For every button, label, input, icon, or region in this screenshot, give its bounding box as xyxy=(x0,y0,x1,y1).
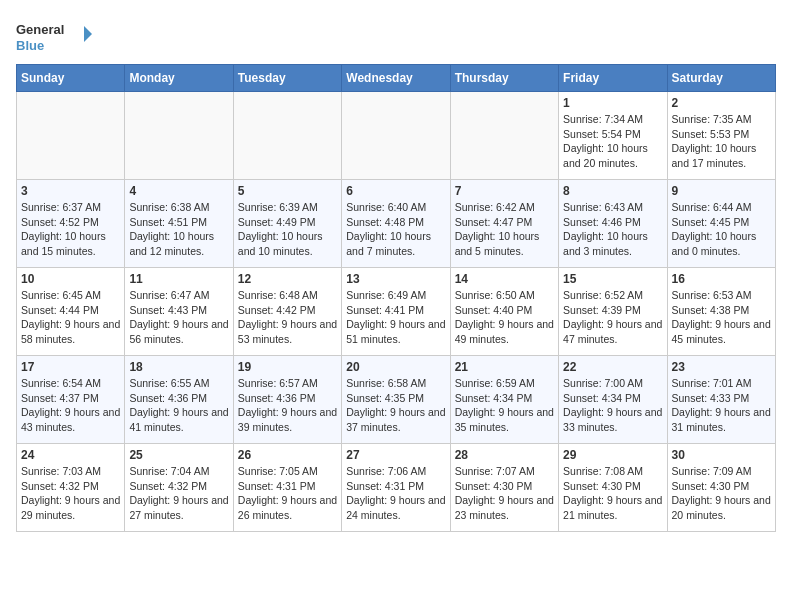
day-cell-24: 24Sunrise: 7:03 AM Sunset: 4:32 PM Dayli… xyxy=(17,444,125,532)
day-cell-1: 1Sunrise: 7:34 AM Sunset: 5:54 PM Daylig… xyxy=(559,92,667,180)
day-cell-6: 6Sunrise: 6:40 AM Sunset: 4:48 PM Daylig… xyxy=(342,180,450,268)
day-cell-20: 20Sunrise: 6:58 AM Sunset: 4:35 PM Dayli… xyxy=(342,356,450,444)
day-number: 18 xyxy=(129,360,228,374)
day-number: 3 xyxy=(21,184,120,198)
day-number: 19 xyxy=(238,360,337,374)
weekday-header-wednesday: Wednesday xyxy=(342,65,450,92)
day-info: Sunrise: 7:07 AM Sunset: 4:30 PM Dayligh… xyxy=(455,464,554,523)
day-cell-21: 21Sunrise: 6:59 AM Sunset: 4:34 PM Dayli… xyxy=(450,356,558,444)
day-cell-15: 15Sunrise: 6:52 AM Sunset: 4:39 PM Dayli… xyxy=(559,268,667,356)
day-info: Sunrise: 6:54 AM Sunset: 4:37 PM Dayligh… xyxy=(21,376,120,435)
week-row-2: 3Sunrise: 6:37 AM Sunset: 4:52 PM Daylig… xyxy=(17,180,776,268)
day-cell-18: 18Sunrise: 6:55 AM Sunset: 4:36 PM Dayli… xyxy=(125,356,233,444)
day-info: Sunrise: 6:40 AM Sunset: 4:48 PM Dayligh… xyxy=(346,200,445,259)
day-info: Sunrise: 7:08 AM Sunset: 4:30 PM Dayligh… xyxy=(563,464,662,523)
day-cell-9: 9Sunrise: 6:44 AM Sunset: 4:45 PM Daylig… xyxy=(667,180,775,268)
day-info: Sunrise: 6:53 AM Sunset: 4:38 PM Dayligh… xyxy=(672,288,771,347)
week-row-4: 17Sunrise: 6:54 AM Sunset: 4:37 PM Dayli… xyxy=(17,356,776,444)
day-cell-10: 10Sunrise: 6:45 AM Sunset: 4:44 PM Dayli… xyxy=(17,268,125,356)
day-number: 20 xyxy=(346,360,445,374)
day-cell-16: 16Sunrise: 6:53 AM Sunset: 4:38 PM Dayli… xyxy=(667,268,775,356)
day-cell-22: 22Sunrise: 7:00 AM Sunset: 4:34 PM Dayli… xyxy=(559,356,667,444)
day-cell-5: 5Sunrise: 6:39 AM Sunset: 4:49 PM Daylig… xyxy=(233,180,341,268)
day-number: 4 xyxy=(129,184,228,198)
day-number: 11 xyxy=(129,272,228,286)
logo: General Blue xyxy=(16,16,96,56)
empty-cell xyxy=(450,92,558,180)
day-info: Sunrise: 6:50 AM Sunset: 4:40 PM Dayligh… xyxy=(455,288,554,347)
day-info: Sunrise: 7:34 AM Sunset: 5:54 PM Dayligh… xyxy=(563,112,662,171)
day-number: 9 xyxy=(672,184,771,198)
day-cell-23: 23Sunrise: 7:01 AM Sunset: 4:33 PM Dayli… xyxy=(667,356,775,444)
day-number: 14 xyxy=(455,272,554,286)
day-cell-4: 4Sunrise: 6:38 AM Sunset: 4:51 PM Daylig… xyxy=(125,180,233,268)
day-info: Sunrise: 6:43 AM Sunset: 4:46 PM Dayligh… xyxy=(563,200,662,259)
weekday-header-thursday: Thursday xyxy=(450,65,558,92)
day-cell-17: 17Sunrise: 6:54 AM Sunset: 4:37 PM Dayli… xyxy=(17,356,125,444)
day-cell-3: 3Sunrise: 6:37 AM Sunset: 4:52 PM Daylig… xyxy=(17,180,125,268)
day-info: Sunrise: 6:57 AM Sunset: 4:36 PM Dayligh… xyxy=(238,376,337,435)
day-info: Sunrise: 6:37 AM Sunset: 4:52 PM Dayligh… xyxy=(21,200,120,259)
empty-cell xyxy=(233,92,341,180)
day-info: Sunrise: 6:44 AM Sunset: 4:45 PM Dayligh… xyxy=(672,200,771,259)
day-number: 23 xyxy=(672,360,771,374)
day-info: Sunrise: 6:47 AM Sunset: 4:43 PM Dayligh… xyxy=(129,288,228,347)
day-info: Sunrise: 7:00 AM Sunset: 4:34 PM Dayligh… xyxy=(563,376,662,435)
day-number: 17 xyxy=(21,360,120,374)
svg-text:Blue: Blue xyxy=(16,38,44,53)
day-info: Sunrise: 6:52 AM Sunset: 4:39 PM Dayligh… xyxy=(563,288,662,347)
day-number: 30 xyxy=(672,448,771,462)
day-info: Sunrise: 7:03 AM Sunset: 4:32 PM Dayligh… xyxy=(21,464,120,523)
day-number: 12 xyxy=(238,272,337,286)
day-cell-11: 11Sunrise: 6:47 AM Sunset: 4:43 PM Dayli… xyxy=(125,268,233,356)
day-number: 26 xyxy=(238,448,337,462)
day-cell-7: 7Sunrise: 6:42 AM Sunset: 4:47 PM Daylig… xyxy=(450,180,558,268)
day-info: Sunrise: 7:06 AM Sunset: 4:31 PM Dayligh… xyxy=(346,464,445,523)
day-number: 16 xyxy=(672,272,771,286)
weekday-header-monday: Monday xyxy=(125,65,233,92)
weekday-header-friday: Friday xyxy=(559,65,667,92)
calendar: SundayMondayTuesdayWednesdayThursdayFrid… xyxy=(16,64,776,532)
day-cell-12: 12Sunrise: 6:48 AM Sunset: 4:42 PM Dayli… xyxy=(233,268,341,356)
svg-text:General: General xyxy=(16,22,64,37)
day-cell-27: 27Sunrise: 7:06 AM Sunset: 4:31 PM Dayli… xyxy=(342,444,450,532)
day-cell-29: 29Sunrise: 7:08 AM Sunset: 4:30 PM Dayli… xyxy=(559,444,667,532)
empty-cell xyxy=(125,92,233,180)
day-number: 27 xyxy=(346,448,445,462)
logo-svg: General Blue xyxy=(16,16,96,56)
day-info: Sunrise: 6:58 AM Sunset: 4:35 PM Dayligh… xyxy=(346,376,445,435)
day-number: 21 xyxy=(455,360,554,374)
day-cell-13: 13Sunrise: 6:49 AM Sunset: 4:41 PM Dayli… xyxy=(342,268,450,356)
day-info: Sunrise: 7:01 AM Sunset: 4:33 PM Dayligh… xyxy=(672,376,771,435)
day-info: Sunrise: 7:04 AM Sunset: 4:32 PM Dayligh… xyxy=(129,464,228,523)
day-number: 1 xyxy=(563,96,662,110)
day-info: Sunrise: 6:42 AM Sunset: 4:47 PM Dayligh… xyxy=(455,200,554,259)
week-row-5: 24Sunrise: 7:03 AM Sunset: 4:32 PM Dayli… xyxy=(17,444,776,532)
day-number: 6 xyxy=(346,184,445,198)
day-number: 22 xyxy=(563,360,662,374)
day-cell-8: 8Sunrise: 6:43 AM Sunset: 4:46 PM Daylig… xyxy=(559,180,667,268)
day-cell-2: 2Sunrise: 7:35 AM Sunset: 5:53 PM Daylig… xyxy=(667,92,775,180)
day-info: Sunrise: 6:48 AM Sunset: 4:42 PM Dayligh… xyxy=(238,288,337,347)
weekday-header-saturday: Saturday xyxy=(667,65,775,92)
day-number: 10 xyxy=(21,272,120,286)
day-info: Sunrise: 7:35 AM Sunset: 5:53 PM Dayligh… xyxy=(672,112,771,171)
week-row-3: 10Sunrise: 6:45 AM Sunset: 4:44 PM Dayli… xyxy=(17,268,776,356)
day-number: 15 xyxy=(563,272,662,286)
day-info: Sunrise: 6:38 AM Sunset: 4:51 PM Dayligh… xyxy=(129,200,228,259)
day-number: 28 xyxy=(455,448,554,462)
day-number: 5 xyxy=(238,184,337,198)
day-info: Sunrise: 7:05 AM Sunset: 4:31 PM Dayligh… xyxy=(238,464,337,523)
day-info: Sunrise: 6:39 AM Sunset: 4:49 PM Dayligh… xyxy=(238,200,337,259)
day-cell-14: 14Sunrise: 6:50 AM Sunset: 4:40 PM Dayli… xyxy=(450,268,558,356)
svg-marker-2 xyxy=(84,26,92,42)
weekday-header-tuesday: Tuesday xyxy=(233,65,341,92)
day-info: Sunrise: 6:49 AM Sunset: 4:41 PM Dayligh… xyxy=(346,288,445,347)
weekday-header-row: SundayMondayTuesdayWednesdayThursdayFrid… xyxy=(17,65,776,92)
day-info: Sunrise: 6:45 AM Sunset: 4:44 PM Dayligh… xyxy=(21,288,120,347)
weekday-header-sunday: Sunday xyxy=(17,65,125,92)
day-info: Sunrise: 7:09 AM Sunset: 4:30 PM Dayligh… xyxy=(672,464,771,523)
day-number: 8 xyxy=(563,184,662,198)
day-number: 29 xyxy=(563,448,662,462)
header: General Blue xyxy=(16,16,776,56)
